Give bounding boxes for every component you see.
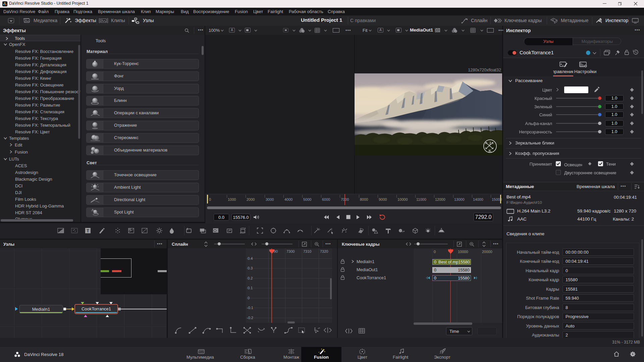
svg-text:J: J	[489, 140, 491, 145]
svg-text:K: K	[488, 148, 492, 153]
svg-text:T: T	[87, 229, 89, 233]
